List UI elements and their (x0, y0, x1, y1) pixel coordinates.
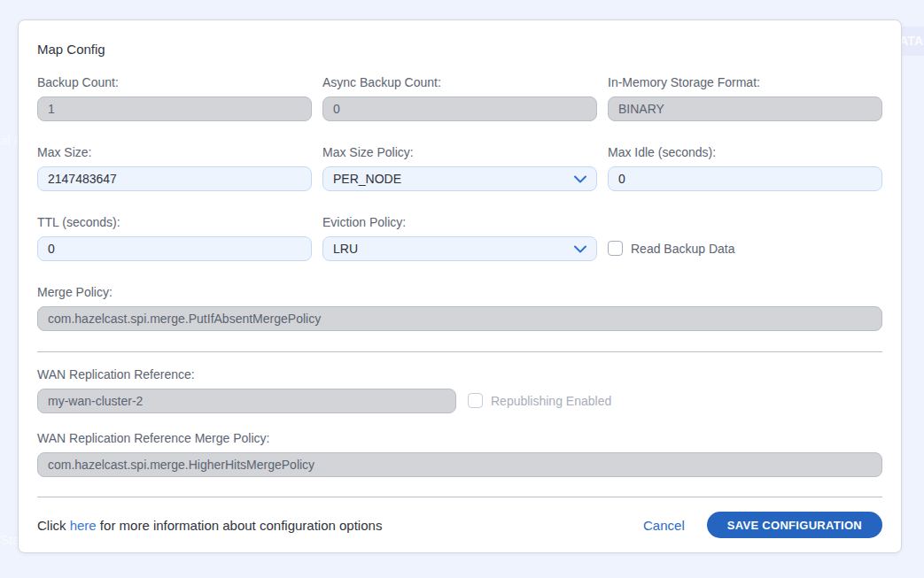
merge-policy-input (37, 306, 882, 331)
field-wan-replication-reference: WAN Replication Reference: (37, 367, 456, 413)
wan-replication-reference-input (37, 389, 456, 413)
cancel-button[interactable]: Cancel (643, 518, 685, 533)
async-backup-count-label: Async Backup Count: (322, 75, 597, 89)
section-divider (37, 351, 882, 352)
field-in-memory-format: In-Memory Storage Format: (608, 75, 882, 121)
field-republishing-enabled: Republishing Enabled (468, 367, 882, 413)
eviction-policy-label: Eviction Policy: (322, 215, 597, 229)
chevron-down-icon (574, 175, 586, 183)
field-eviction-policy: Eviction Policy: LRU (322, 215, 597, 261)
max-size-input[interactable] (37, 166, 312, 191)
page-title: Map Config (37, 42, 882, 57)
ttl-input[interactable] (37, 236, 312, 261)
form-row-2: Max Size: Max Size Policy: PER_NODE Max … (37, 145, 882, 191)
form-row-3: TTL (seconds): Eviction Policy: LRU Read… (37, 215, 882, 261)
read-backup-data-label: Read Backup Data (631, 242, 735, 256)
max-idle-label: Max Idle (seconds): (608, 145, 882, 159)
eviction-policy-select[interactable]: LRU (322, 236, 597, 261)
max-size-policy-label: Max Size Policy: (322, 145, 597, 159)
in-memory-format-label: In-Memory Storage Format: (608, 75, 882, 89)
field-ttl: TTL (seconds): (37, 215, 312, 261)
more-info-link[interactable]: here (70, 518, 97, 533)
info-text: Click here for more information about co… (37, 518, 382, 533)
info-text-suffix: for more information about configuration… (97, 518, 383, 533)
checkbox-icon (468, 393, 483, 408)
wan-replication-reference-label: WAN Replication Reference: (37, 367, 456, 381)
max-idle-input[interactable] (608, 166, 882, 191)
info-text-prefix: Click (37, 518, 70, 533)
eviction-policy-value: LRU (333, 242, 358, 256)
max-size-policy-value: PER_NODE (333, 172, 401, 186)
backup-count-label: Backup Count: (37, 75, 312, 89)
field-async-backup-count: Async Backup Count: (322, 75, 597, 121)
republishing-enabled-checkbox: Republishing Enabled (468, 393, 611, 408)
save-configuration-button[interactable]: SAVE CONFIGURATION (707, 512, 882, 538)
wan-merge-policy-label: WAN Replication Reference Merge Policy: (37, 431, 882, 445)
chevron-down-icon (574, 245, 586, 253)
field-read-backup-data: Read Backup Data (608, 215, 882, 261)
max-size-policy-select[interactable]: PER_NODE (322, 166, 597, 191)
field-backup-count: Backup Count: (37, 75, 312, 121)
footer-actions: Cancel SAVE CONFIGURATION (643, 512, 882, 538)
field-max-size: Max Size: (37, 145, 312, 191)
form-row-1: Backup Count: Async Backup Count: In-Mem… (37, 75, 882, 121)
republishing-enabled-label: Republishing Enabled (491, 394, 611, 408)
ttl-label: TTL (seconds): (37, 215, 312, 229)
form-row-merge-policy: Merge Policy: (37, 285, 882, 331)
max-size-label: Max Size: (37, 145, 312, 159)
form-row-wan-reference: WAN Replication Reference: Republishing … (37, 367, 882, 413)
backup-count-input (37, 96, 312, 121)
async-backup-count-input (322, 96, 597, 121)
in-memory-format-input (608, 96, 882, 121)
wan-merge-policy-input (37, 452, 882, 477)
dialog-footer: Click here for more information about co… (37, 497, 882, 552)
merge-policy-label: Merge Policy: (37, 285, 882, 299)
form-row-wan-merge-policy: WAN Replication Reference Merge Policy: (37, 431, 882, 477)
map-config-dialog: Map Config Backup Count: Async Backup Co… (18, 19, 902, 553)
field-max-size-policy: Max Size Policy: PER_NODE (322, 145, 597, 191)
checkbox-icon (608, 241, 623, 256)
background-button-fragment (902, 27, 924, 56)
read-backup-data-checkbox[interactable]: Read Backup Data (608, 241, 735, 256)
field-max-idle: Max Idle (seconds): (608, 145, 882, 191)
